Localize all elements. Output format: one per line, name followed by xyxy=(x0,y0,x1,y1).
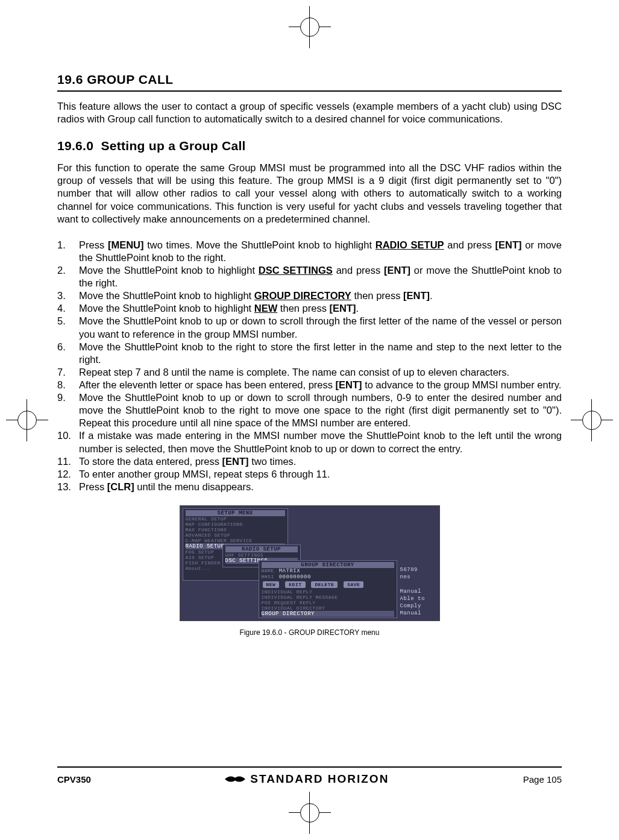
key-label: [MENU] xyxy=(108,239,144,250)
dsc-item: INDIVIDUAL REPLY MESSAGE xyxy=(262,595,394,600)
key-label: [ENT] xyxy=(330,303,356,314)
menu-item-label: RADIO SETUP xyxy=(375,239,444,250)
dsc-item: INDIVIDUAL REPLY xyxy=(262,589,394,595)
setup-menu-item: ADVANCED SETUP xyxy=(186,532,285,538)
section-heading: 19.6 GROUP CALL xyxy=(57,72,562,87)
footer-brand-text: STANDARD HORIZON xyxy=(250,772,389,786)
dsc-item: INDIVIDUAL DIRECTORY xyxy=(262,605,394,611)
right-value: nes xyxy=(400,573,439,581)
group-mmsi-value: 000000000 xyxy=(279,574,311,580)
step-5: Move the ShuttlePoint knob to up or down… xyxy=(57,315,562,340)
edit-button: EDIT xyxy=(285,581,305,588)
step-3: Move the ShuttlePoint knob to highlight … xyxy=(57,289,562,302)
intro-paragraph: This feature allows the user to contact … xyxy=(57,100,562,125)
figure-container: SETUP MENU GENERAL SETUP MAP CONFIGURATI… xyxy=(57,505,562,637)
step-8: After the eleventh letter or space has b… xyxy=(57,379,562,391)
step-2: Move the ShuttlePoint knob to highlight … xyxy=(57,264,562,289)
brand-logo-icon xyxy=(225,774,245,785)
group-directory-title: GROUP DIRECTORY xyxy=(262,562,394,568)
setup-menu-item: MAP CONFIGURATIONS xyxy=(186,522,285,527)
menu-item-label: DSC SETTINGS xyxy=(259,265,333,276)
key-label: [ENT] xyxy=(384,265,410,276)
page-footer: CPV350 STANDARD HORIZON Page 105 xyxy=(57,766,562,786)
figure-caption: Figure 19.6.0 - GROUP DIRECTORY menu xyxy=(57,628,562,637)
step-text: and press xyxy=(444,239,495,250)
dsc-item-selected: GROUP DIRECTORY xyxy=(262,611,394,617)
subsection-title-text: Setting up a Group Call xyxy=(101,139,245,153)
step-text: to advance to the group MMSI number entr… xyxy=(362,379,562,390)
step-1: Press [MENU] two times. Move the Shuttle… xyxy=(57,239,562,264)
step-text: Move the ShuttlePoint knob to highlight xyxy=(79,303,254,314)
section-rule xyxy=(57,90,562,92)
key-label: [CLR] xyxy=(107,481,134,492)
step-text: then press xyxy=(351,290,403,301)
group-directory-panel: GROUP DIRECTORY NAME MATRIX MMSI 0000000… xyxy=(259,560,397,618)
step-text: To store the data entered, press xyxy=(79,456,222,467)
footer-brand: STANDARD HORIZON xyxy=(91,772,523,786)
setup-menu-item: MAX FUNCTIONS xyxy=(186,527,285,532)
crop-mark-left xyxy=(6,399,48,441)
right-value: Able to Comply xyxy=(400,595,439,610)
step-6: Move the ShuttlePoint knob to the right … xyxy=(57,341,562,366)
step-text: Move the ShuttlePoint knob to highlight xyxy=(79,265,259,276)
step-text: After the eleventh letter or space has b… xyxy=(79,379,336,390)
figure-screenshot: SETUP MENU GENERAL SETUP MAP CONFIGURATI… xyxy=(180,505,440,621)
setup-menu-title: SETUP MENU xyxy=(186,510,285,516)
step-text: two times. xyxy=(249,456,297,467)
right-value: Manual xyxy=(400,588,439,595)
footer-page-number: Page 105 xyxy=(523,774,562,785)
key-label: [ENT] xyxy=(403,290,430,301)
dsc-item: POS REQUEST REPLY xyxy=(262,600,394,605)
group-name-value: MATRIX xyxy=(279,568,300,574)
right-value: Manual xyxy=(400,610,439,617)
radio-setup-title: RADIO SETUP xyxy=(225,546,298,552)
step-text: . xyxy=(356,303,359,314)
page: 19.6 GROUP CALL This feature allows the … xyxy=(0,0,619,840)
delete-button: DELETE xyxy=(311,581,338,588)
radio-setup-item: UHF SETTINGS xyxy=(225,552,298,558)
step-11: To store the data entered, press [ENT] t… xyxy=(57,455,562,468)
crop-mark-bottom xyxy=(289,792,331,834)
save-button: SAVE xyxy=(344,581,363,588)
button-row: NEW EDIT DELETE SAVE xyxy=(262,580,394,589)
key-label: [ENT] xyxy=(222,456,249,467)
step-text: Press xyxy=(79,481,107,492)
section-number: 19.6 xyxy=(57,72,83,86)
group-mmsi-label: MMSI xyxy=(262,574,274,580)
step-text: then press xyxy=(277,303,329,314)
subsection-number: 19.6.0 xyxy=(57,139,93,153)
section-title-text: GROUP CALL xyxy=(87,72,173,86)
setup-menu-item: C-MAP WEATHER SERVICE xyxy=(186,538,285,543)
step-4: Move the ShuttlePoint knob to highlight … xyxy=(57,302,562,315)
new-button: NEW xyxy=(263,581,280,588)
step-text: and press xyxy=(333,265,384,276)
right-values: 56789 nes Manual Able to Comply Manual xyxy=(400,566,439,617)
group-name-label: NAME xyxy=(262,568,274,574)
step-text: Press xyxy=(79,239,108,250)
step-12: To enter another group MMSI, repeat step… xyxy=(57,468,562,481)
step-9: Move the ShuttlePoint knob to up or down… xyxy=(57,391,562,429)
key-label: [ENT] xyxy=(336,379,362,390)
footer-model: CPV350 xyxy=(57,774,91,785)
right-value: 56789 xyxy=(400,566,439,573)
key-label: [ENT] xyxy=(495,239,522,250)
menu-item-label: NEW xyxy=(254,303,278,314)
subsection-intro: For this function to operate the same Gr… xyxy=(57,162,562,226)
step-text: two times. Move the ShuttlePoint knob to… xyxy=(143,239,375,250)
steps-list: Press [MENU] two times. Move the Shuttle… xyxy=(57,239,562,493)
step-text: Move the ShuttlePoint knob to highlight xyxy=(79,290,254,301)
step-7: Repeat step 7 and 8 until the name is co… xyxy=(57,366,562,379)
setup-menu-item: GENERAL SETUP xyxy=(186,516,285,522)
crop-mark-top xyxy=(289,6,331,48)
step-10: If a mistake was made entering in the MM… xyxy=(57,429,562,455)
menu-item-label: GROUP DIRECTORY xyxy=(254,290,351,301)
step-13: Press [CLR] until the menu disappears. xyxy=(57,481,562,493)
step-text: . xyxy=(430,290,433,301)
crop-mark-right xyxy=(571,399,613,441)
step-text: until the menu disappears. xyxy=(134,481,254,492)
subsection-heading: 19.6.0 Setting up a Group Call xyxy=(57,139,562,153)
